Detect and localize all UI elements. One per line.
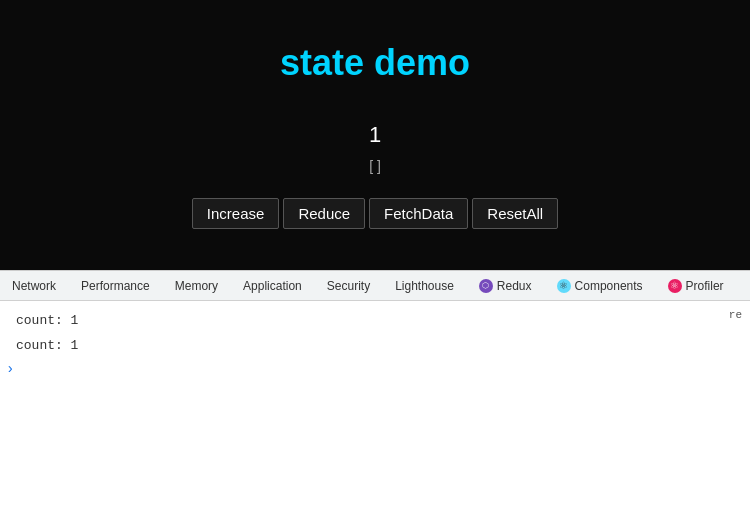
devtools-content-area: count: 1 count: 1 › re — [0, 301, 750, 505]
counter-value: 1 — [369, 122, 381, 148]
counter-array: [ ] — [369, 158, 381, 174]
tab-network[interactable]: Network — [0, 271, 69, 300]
tab-lighthouse[interactable]: Lighthouse — [383, 271, 467, 300]
memory-tab-label: Memory — [175, 279, 218, 293]
tab-redux[interactable]: ⬡ Redux — [467, 271, 545, 300]
tab-memory[interactable]: Memory — [163, 271, 231, 300]
lighthouse-tab-label: Lighthouse — [395, 279, 454, 293]
tab-performance[interactable]: Performance — [69, 271, 163, 300]
increase-button[interactable]: Increase — [192, 198, 280, 229]
tab-profiler[interactable]: ⚛ Profiler — [656, 271, 737, 300]
profiler-icon: ⚛ — [668, 279, 682, 293]
redux-tab-label: Redux — [497, 279, 532, 293]
app-title: state demo — [280, 42, 470, 84]
application-tab-label: Application — [243, 279, 302, 293]
profiler-tab-label: Profiler — [686, 279, 724, 293]
console-line-1-text: count: 1 — [16, 313, 78, 328]
tab-security[interactable]: Security — [315, 271, 383, 300]
tab-application[interactable]: Application — [231, 271, 315, 300]
tab-components[interactable]: ⚛ Components — [545, 271, 656, 300]
app-container: state demo 1 [ ] Increase Reduce FetchDa… — [0, 0, 750, 270]
prompt-arrow-icon: › — [6, 361, 14, 377]
reduce-button[interactable]: Reduce — [283, 198, 365, 229]
redux-icon: ⬡ — [479, 279, 493, 293]
devtools-panel: Network Performance Memory Application S… — [0, 270, 750, 505]
resetall-button[interactable]: ResetAll — [472, 198, 558, 229]
network-tab-label: Network — [12, 279, 56, 293]
devtools-tabs-bar: Network Performance Memory Application S… — [0, 271, 750, 301]
action-buttons-row: Increase Reduce FetchData ResetAll — [192, 198, 558, 229]
fetchdata-button[interactable]: FetchData — [369, 198, 468, 229]
console-line-2-text: count: 1 — [16, 338, 78, 353]
devtools-right-text: re — [729, 309, 742, 321]
components-icon: ⚛ — [557, 279, 571, 293]
security-tab-label: Security — [327, 279, 370, 293]
performance-tab-label: Performance — [81, 279, 150, 293]
console-line-2: count: 1 — [0, 334, 750, 359]
console-prompt: › — [0, 359, 750, 379]
console-line-1: count: 1 — [0, 309, 750, 334]
components-tab-label: Components — [575, 279, 643, 293]
